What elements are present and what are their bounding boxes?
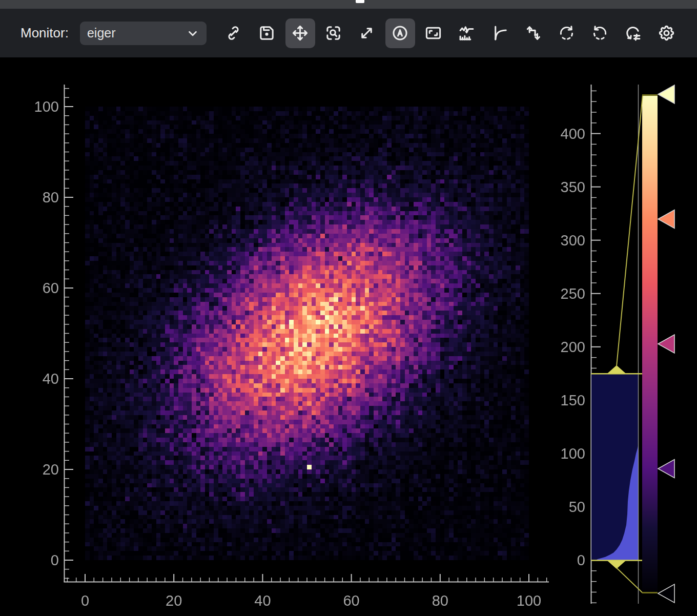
floppy-disk-icon (258, 24, 276, 42)
chevron-down-icon (186, 27, 199, 40)
settings-button[interactable] (652, 18, 682, 48)
plot-overlay: 0204060801000204060801000501001502002503… (0, 57, 697, 616)
scale-type-button[interactable] (485, 18, 515, 48)
reset-sliders-icon (624, 24, 642, 42)
svg-text:300: 300 (561, 232, 585, 249)
gear-icon (658, 24, 675, 42)
log-curve-icon (491, 24, 509, 42)
monitor-select-value: eiger (87, 26, 116, 40)
zoom-in-area-icon (324, 24, 342, 42)
colormap-marker[interactable] (658, 460, 674, 478)
histogram-icon (458, 24, 476, 42)
aspect-ratio-icon (424, 24, 442, 42)
y-axis-tick-labels: 020406080100 (34, 98, 59, 568)
monitor-label: Monitor: (20, 25, 69, 41)
app-window: Monitor: eiger 0204060801000204060801000… (0, 0, 697, 616)
pan-button[interactable] (285, 18, 315, 48)
colorbar-tick-labels: 050100150200250300350400 (561, 126, 585, 568)
swap-axes-icon (524, 24, 542, 42)
svg-text:0: 0 (577, 552, 585, 568)
svg-text:40: 40 (43, 371, 59, 387)
rotate-counterclockwise-icon (591, 24, 609, 42)
svg-text:20: 20 (166, 592, 182, 609)
svg-text:200: 200 (561, 339, 585, 355)
svg-text:80: 80 (432, 592, 448, 609)
svg-text:0: 0 (51, 552, 59, 568)
svg-text:60: 60 (43, 280, 59, 296)
rotate-cw-button[interactable] (552, 18, 582, 48)
rotate-ccw-button[interactable] (585, 18, 615, 48)
window-drag-handle[interactable] (356, 0, 364, 3)
autoscale-button[interactable] (385, 18, 415, 48)
svg-text:0: 0 (81, 592, 89, 609)
colormap-stop-markers (658, 85, 674, 603)
svg-text:100: 100 (517, 592, 541, 609)
svg-text:250: 250 (561, 285, 585, 302)
colormap-marker[interactable] (658, 584, 674, 603)
svg-text:150: 150 (561, 392, 585, 408)
svg-text:100: 100 (34, 98, 59, 115)
svg-text:100: 100 (561, 445, 585, 462)
svg-text:350: 350 (561, 179, 585, 195)
colormap-marker[interactable] (658, 85, 674, 104)
save-button[interactable] (252, 18, 282, 48)
colormap-marker[interactable] (658, 335, 674, 353)
swap-axes-button[interactable] (519, 18, 548, 48)
link-icon (224, 24, 242, 42)
colormap-marker[interactable] (658, 210, 674, 229)
reset-settings-button[interactable] (619, 18, 648, 48)
toolbar: Monitor: eiger (0, 9, 697, 57)
titlebar (0, 0, 697, 9)
rotate-clockwise-icon (558, 24, 576, 42)
toolbar-buttons (219, 18, 682, 48)
plot-stage: 0204060801000204060801000501001502002503… (0, 57, 697, 616)
aspect-ratio-button[interactable] (419, 18, 448, 48)
arrows-diagonal-icon (358, 24, 376, 42)
svg-text:60: 60 (343, 592, 359, 609)
link-button[interactable] (219, 18, 249, 48)
circle-letter-a-icon (391, 24, 409, 42)
svg-text:80: 80 (43, 189, 59, 206)
monitor-select[interactable]: eiger (80, 22, 207, 45)
zoom-area-button[interactable] (319, 18, 348, 48)
svg-text:40: 40 (254, 592, 271, 609)
x-axis-tick-labels: 020406080100 (81, 592, 541, 609)
colormap-gradient-bar[interactable] (642, 94, 658, 593)
plot-axes (64, 85, 549, 582)
svg-text:400: 400 (561, 126, 585, 142)
resize-diagonal-button[interactable] (352, 18, 382, 48)
histogram-button[interactable] (452, 18, 482, 48)
svg-text:50: 50 (569, 499, 585, 515)
arrows-move-icon (291, 24, 309, 42)
svg-text:20: 20 (43, 461, 59, 478)
